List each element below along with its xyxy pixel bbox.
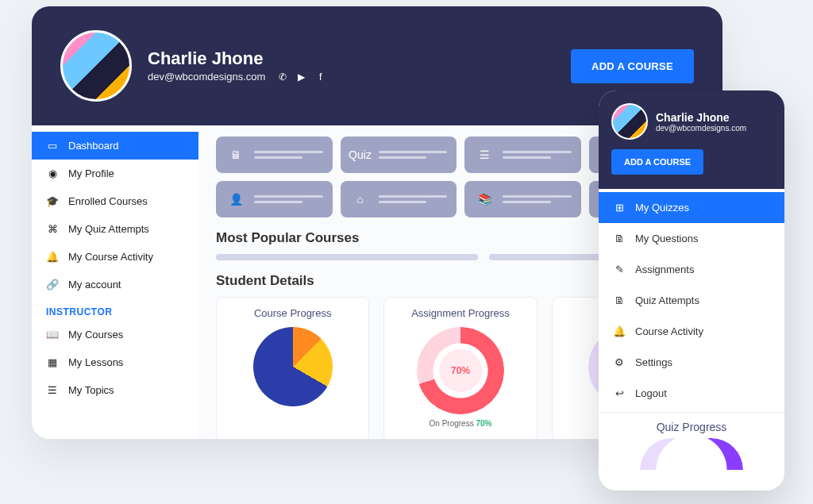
sidebar-item-enrolled-courses[interactable]: 🎓 Enrolled Courses	[32, 187, 198, 215]
menu-item-quiz-attempts[interactable]: 🗎 Quiz Attempts	[599, 285, 784, 316]
donut-caption: On Progress 70%	[392, 419, 528, 428]
add-course-button[interactable]: ADD A COURSE	[571, 49, 694, 83]
sidebar-item-label: My Topics	[68, 384, 114, 396]
menu-item-my-quizzes[interactable]: ⊞ My Quizzes	[599, 192, 784, 223]
assignment-progress-donut-chart: 70%	[417, 327, 504, 414]
sidebar-item-label: My Lessons	[68, 356, 123, 368]
stat-placeholder	[254, 192, 323, 206]
social-icons: ✆ ▶ f	[277, 71, 326, 83]
bell-icon: 🔔	[46, 251, 59, 263]
user-block: Charlie Jhone dev@wbcomdesigns.com ✆ ▶ f	[148, 48, 326, 83]
menu-item-my-questions[interactable]: 🗎 My Questions	[599, 223, 784, 254]
gear-icon: ⚙	[613, 356, 626, 368]
sidebar-item-label: My Course Activity	[68, 251, 153, 263]
document-icon: 🗎	[613, 233, 626, 244]
presentation-icon: ▦	[46, 356, 59, 368]
add-course-button[interactable]: ADD A COURSE	[611, 149, 703, 175]
donut-center-label: 70%	[417, 327, 504, 414]
sidebar-item-my-account[interactable]: 🔗 My account	[32, 271, 198, 298]
book-open-icon: 📖	[46, 329, 59, 340]
menu-item-label: My Questions	[635, 233, 698, 244]
bell-icon: 🔔	[613, 325, 626, 337]
mobile-menu: ⊞ My Quizzes 🗎 My Questions ✎ Assignment…	[599, 189, 784, 412]
whatsapp-icon[interactable]: ✆	[277, 71, 288, 83]
course-progress-pie-chart	[253, 327, 333, 406]
sidebar: ▭ Dashboard ◉ My Profile 🎓 Enrolled Cour…	[32, 125, 198, 439]
user-name: Charlie Jhone	[656, 111, 746, 124]
menu-item-logout[interactable]: ↩ Logout	[599, 378, 784, 409]
mobile-user-block: Charlie Jhone dev@wbcomdesigns.com	[611, 103, 772, 140]
sidebar-item-label: My Quiz Attempts	[68, 223, 149, 235]
stat-placeholder	[379, 148, 448, 162]
card-title: Course Progress	[225, 307, 360, 319]
stat-card[interactable]: Quiz	[341, 137, 457, 173]
pencil-icon: ✎	[613, 264, 626, 275]
sidebar-item-label: My account	[68, 279, 121, 290]
puzzle-icon: ⊞	[613, 202, 626, 214]
stat-card[interactable]: 📚	[464, 181, 581, 217]
sidebar-item-my-lessons[interactable]: ▦ My Lessons	[32, 348, 198, 376]
placeholder-bar	[489, 254, 608, 260]
menu-item-assignments[interactable]: ✎ Assignments	[599, 254, 784, 285]
lightbulb-book-icon: 📚	[474, 189, 495, 210]
sidebar-item-label: My Profile	[68, 167, 114, 179]
link-icon: 🔗	[46, 279, 59, 290]
logout-icon: ↩	[613, 387, 626, 399]
sidebar-item-dashboard[interactable]: ▭ Dashboard	[32, 132, 198, 160]
menu-item-label: Quiz Attempts	[635, 294, 699, 306]
user-icon: ◉	[46, 167, 59, 179]
avatar[interactable]	[60, 30, 132, 102]
user-email: dev@wbcomdesigns.com	[656, 124, 746, 133]
sidebar-item-label: Enrolled Courses	[68, 195, 148, 207]
menu-item-label: Assignments	[635, 264, 694, 275]
user-name: Charlie Jhone	[148, 48, 326, 69]
mobile-profile-hero: Charlie Jhone dev@wbcomdesigns.com ADD A…	[599, 90, 784, 189]
monitor-icon: 🖥	[225, 144, 246, 165]
stat-placeholder	[503, 192, 572, 206]
sidebar-item-my-courses[interactable]: 📖 My Courses	[32, 321, 198, 348]
tree-icon: ⌘	[46, 223, 59, 235]
clipboard-icon: 🗎	[613, 294, 626, 306]
facebook-icon[interactable]: f	[315, 71, 326, 83]
sidebar-item-label: My Courses	[68, 329, 123, 340]
sidebar-item-quiz-attempts[interactable]: ⌘ My Quiz Attempts	[32, 215, 198, 243]
sidebar-item-my-profile[interactable]: ◉ My Profile	[32, 160, 198, 187]
student-icon: 👤	[225, 189, 246, 210]
quiz-icon: Quiz	[350, 144, 371, 165]
sidebar-item-label: Dashboard	[68, 140, 119, 152]
assignment-progress-card[interactable]: Assignment Progress 70% On Progress 70%	[383, 297, 537, 439]
user-email: dev@wbcomdesigns.com	[148, 71, 265, 83]
monitor-icon: ▭	[46, 140, 59, 152]
quiz-progress-gauge-chart	[640, 438, 743, 470]
sidebar-item-course-activity[interactable]: 🔔 My Course Activity	[32, 243, 198, 271]
sidebar-section-instructor: INSTRUCTOR	[32, 298, 198, 321]
menu-item-label: My Quizzes	[635, 202, 689, 214]
youtube-icon[interactable]: ▶	[296, 71, 307, 83]
stat-placeholder	[254, 148, 323, 162]
checklist-icon: ☰	[474, 144, 495, 165]
quiz-progress-title: Quiz Progress	[599, 412, 784, 438]
stat-placeholder	[379, 192, 448, 206]
mobile-dashboard: Charlie Jhone dev@wbcomdesigns.com ADD A…	[599, 90, 784, 491]
stat-card[interactable]: ⌂	[341, 181, 457, 217]
menu-item-label: Course Activity	[635, 325, 703, 337]
certificate-icon: ⌂	[350, 189, 371, 210]
course-progress-card[interactable]: Course Progress	[216, 297, 369, 439]
sidebar-item-my-topics[interactable]: ☰ My Topics	[32, 376, 198, 404]
stat-card[interactable]: 🖥	[216, 137, 333, 173]
avatar[interactable]	[611, 103, 648, 140]
card-title: Assignment Progress	[392, 307, 528, 319]
stat-card[interactable]: 👤	[216, 181, 333, 217]
menu-item-label: Logout	[635, 387, 667, 399]
menu-item-label: Settings	[635, 356, 672, 368]
menu-item-settings[interactable]: ⚙ Settings	[599, 347, 784, 378]
placeholder-bar	[216, 254, 478, 260]
stat-card[interactable]: ☰	[464, 137, 581, 173]
menu-item-course-activity[interactable]: 🔔 Course Activity	[599, 316, 784, 347]
list-icon: ☰	[46, 384, 59, 396]
graduation-icon: 🎓	[46, 195, 59, 207]
stat-placeholder	[503, 148, 572, 162]
